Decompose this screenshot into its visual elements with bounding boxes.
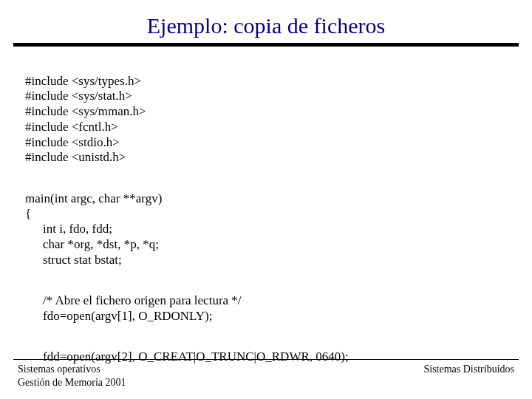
code-line: main(int argc, char **argv) — [25, 191, 162, 205]
footer-row: Sistemas operativos Gestión de Memoria 2… — [18, 363, 514, 389]
slide: Ejemplo: copia de ficheros #include <sys… — [0, 0, 532, 399]
code-line: #include <fcntl.h> — [25, 120, 118, 134]
code-line: #include <stdio.h> — [25, 135, 120, 149]
code-line: fdo=open(argv[1], O_RDONLY); — [25, 309, 212, 323]
code-line: char *org, *dst, *p, *q; — [25, 237, 159, 251]
code-content: #include <sys/types.h> #include <sys/sta… — [0, 58, 532, 365]
slide-title: Ejemplo: copia de ficheros — [0, 0, 532, 43]
footer-left-line1: Sistemas operativos — [18, 363, 126, 376]
code-line: #include <sys/stat.h> — [25, 89, 132, 103]
code-line: int i, fdo, fdd; — [25, 222, 112, 236]
footer-right: Sistemas Distribuidos — [423, 363, 514, 389]
includes-block: #include <sys/types.h> #include <sys/sta… — [25, 58, 507, 166]
footer-rule — [13, 359, 519, 360]
code-line: struct stat bstat; — [25, 253, 122, 267]
code-line: #include <unistd.h> — [25, 150, 126, 164]
footer-left-line2: Gestión de Memoria 2001 — [18, 376, 126, 389]
code-line: /* Abre el fichero origen para lectura *… — [25, 293, 242, 307]
code-line: #include <sys/mman.h> — [25, 104, 146, 118]
code-line: { — [25, 207, 31, 221]
footer-left: Sistemas operativos Gestión de Memoria 2… — [18, 363, 126, 389]
main-decl-block: main(int argc, char **argv) { int i, fdo… — [25, 176, 507, 267]
open-origin-block: /* Abre el fichero origen para lectura *… — [25, 279, 507, 324]
title-rule — [13, 43, 519, 47]
slide-footer: Sistemas operativos Gestión de Memoria 2… — [0, 359, 532, 389]
code-line: #include <sys/types.h> — [25, 74, 141, 88]
